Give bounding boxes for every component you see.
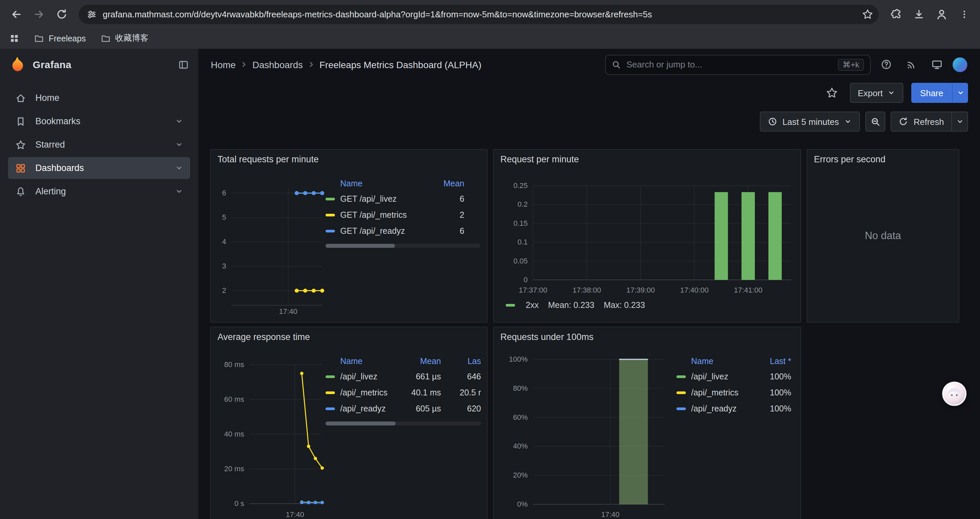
series-name[interactable]: /api/_readyz <box>691 404 757 414</box>
home-icon <box>15 93 27 103</box>
series-mean: 605 µs <box>399 404 441 414</box>
share-split-button: Share <box>912 83 968 103</box>
svg-text:17:40: 17:40 <box>601 510 619 519</box>
share-button[interactable]: Share <box>912 83 952 103</box>
bookmark-label: Freeleaps <box>49 34 86 43</box>
breadcrumb-home[interactable]: Home <box>211 59 236 70</box>
series-name[interactable]: GET /api/_readyz <box>340 227 424 236</box>
svg-text:17:41:00: 17:41:00 <box>734 286 762 294</box>
help-icon[interactable] <box>876 54 896 75</box>
legend-header-mean[interactable]: Mean <box>399 357 441 366</box>
bookmark-page-icon[interactable] <box>862 8 873 20</box>
sidebar-item-dashboards[interactable]: Dashboards <box>8 157 190 179</box>
panel-errors-per-second[interactable]: Errors per second No data <box>807 149 959 323</box>
extensions-icon[interactable] <box>885 3 907 25</box>
legend-header-name[interactable]: Name <box>326 179 424 188</box>
series-name[interactable]: /api/_livez <box>340 372 399 382</box>
search-input[interactable]: Search or jump to... ⌘+k <box>605 54 870 75</box>
bell-icon <box>15 186 27 197</box>
sidebar-item-alerting[interactable]: Alerting <box>8 180 190 203</box>
bookmark-item-freeleaps[interactable]: Freeleaps <box>34 34 86 43</box>
scrollbar-thumb[interactable] <box>326 244 395 248</box>
profile-icon[interactable] <box>931 3 952 25</box>
panel-title[interactable]: Requests under 100ms <box>500 332 593 342</box>
scrollbar-thumb[interactable] <box>326 422 396 425</box>
panel-total-requests-per-minute[interactable]: Total requests per minute 2345617:40 Nam… <box>210 149 488 323</box>
legend-header-last[interactable]: Las <box>446 357 481 366</box>
back-icon[interactable] <box>5 3 27 25</box>
series-mean: 40.1 ms <box>399 388 441 398</box>
chevron-down-icon[interactable] <box>175 140 183 149</box>
export-label: Export <box>858 88 883 98</box>
forward-icon[interactable] <box>28 3 49 25</box>
series-name[interactable]: GET /api/_livez <box>340 194 424 204</box>
legend-header-last[interactable]: Last * <box>757 357 791 366</box>
main-area: Home Dashboards Freeleaps Metrics Dashbo… <box>199 49 980 519</box>
panel-average-response-time[interactable]: Average response time 0 s20 ms40 ms60 ms… <box>210 327 488 519</box>
kiosk-monitor-icon[interactable] <box>927 54 947 75</box>
svg-text:0.15: 0.15 <box>513 219 528 227</box>
series-name[interactable]: /api/_livez <box>691 372 757 382</box>
legend-header-name[interactable]: Name <box>676 357 757 366</box>
sidebar-item-home[interactable]: Home <box>8 87 190 109</box>
legend-table: Name Last * /api/_livez 100% /api/_metri… <box>676 354 791 417</box>
news-rss-icon[interactable] <box>901 54 921 75</box>
favorite-star-icon[interactable] <box>822 83 842 103</box>
grafana-logo-icon[interactable] <box>10 56 26 73</box>
sidebar-item-bookmarks[interactable]: Bookmarks <box>8 110 190 132</box>
legend-row: GET /api/_metrics 2 <box>326 207 480 223</box>
svg-text:17:39:00: 17:39:00 <box>627 286 655 294</box>
panel-title[interactable]: Total requests per minute <box>218 154 318 164</box>
refresh-interval-caret[interactable] <box>952 112 968 132</box>
svg-text:2: 2 <box>222 286 226 295</box>
legend-row: GET /api/_livez 6 <box>326 191 480 207</box>
panel-title[interactable]: Average response time <box>218 332 310 342</box>
series-last: 646 <box>446 372 481 382</box>
zoom-out-button[interactable] <box>865 112 886 132</box>
panel-requests-under-100ms[interactable]: Requests under 100ms 0%20%40%60%80%100%1… <box>493 327 801 519</box>
panel-title[interactable]: Request per minute <box>500 154 579 164</box>
legend-header-name[interactable]: Name <box>326 357 399 366</box>
svg-text:17:38:00: 17:38:00 <box>573 286 601 294</box>
svg-text:5: 5 <box>222 213 226 222</box>
downloads-icon[interactable] <box>908 3 929 25</box>
assistant-avatar[interactable] <box>942 382 967 406</box>
sidebar-item-starred[interactable]: Starred <box>8 134 190 156</box>
chevron-down-icon[interactable] <box>175 187 183 196</box>
breadcrumb-current: Freeleaps Metrics Dashboard (ALPHA) <box>320 59 482 70</box>
svg-text:0.1: 0.1 <box>517 238 528 246</box>
site-settings-icon[interactable] <box>87 9 97 19</box>
url-bar[interactable]: grafana.mathmast.com/d/deytv4rwavabkb/fr… <box>79 4 878 24</box>
legend-header-mean[interactable]: Mean <box>424 179 464 188</box>
refresh-label: Refresh <box>914 117 944 126</box>
chevron-down-icon[interactable] <box>175 164 183 172</box>
legend-row: /api/_metrics 40.1 ms 20.5 r <box>326 385 481 401</box>
legend-scrollbar[interactable] <box>326 244 480 248</box>
browser-menu-icon[interactable] <box>953 3 975 25</box>
user-avatar[interactable] <box>952 56 968 72</box>
series-name[interactable]: /api/_readyz <box>340 404 399 414</box>
series-mean: 6 <box>424 227 464 236</box>
series-swatch <box>676 375 686 378</box>
time-range-picker[interactable]: Last 5 minutes <box>760 112 860 132</box>
export-button[interactable]: Export <box>850 83 903 103</box>
breadcrumb-dashboards[interactable]: Dashboards <box>253 59 303 70</box>
series-name[interactable]: 2xx <box>526 300 539 310</box>
request-per-minute-chart[interactable]: 00.050.10.150.20.2517:37:0017:38:0017:39… <box>494 150 801 323</box>
series-name[interactable]: /api/_metrics <box>340 388 399 398</box>
refresh-button[interactable]: Refresh <box>891 112 952 132</box>
series-name[interactable]: /api/_metrics <box>691 388 757 398</box>
reload-icon[interactable] <box>51 3 72 25</box>
svg-text:0.05: 0.05 <box>513 257 528 265</box>
apps-grid-icon[interactable] <box>10 34 19 43</box>
panel-request-per-minute[interactable]: Request per minute 00.050.10.150.20.2517… <box>493 149 801 323</box>
collapse-menu-icon[interactable] <box>178 59 189 70</box>
share-menu-caret[interactable] <box>952 83 968 103</box>
series-name[interactable]: GET /api/_metrics <box>340 211 424 220</box>
series-swatch <box>326 230 335 232</box>
chevron-down-icon[interactable] <box>175 117 183 126</box>
legend-row: /api/_readyz 100% <box>676 401 791 417</box>
legend-scrollbar[interactable] <box>326 422 481 425</box>
dashboards-icon <box>15 163 27 173</box>
bookmark-item-blogs[interactable]: 收藏博客 <box>100 33 148 44</box>
